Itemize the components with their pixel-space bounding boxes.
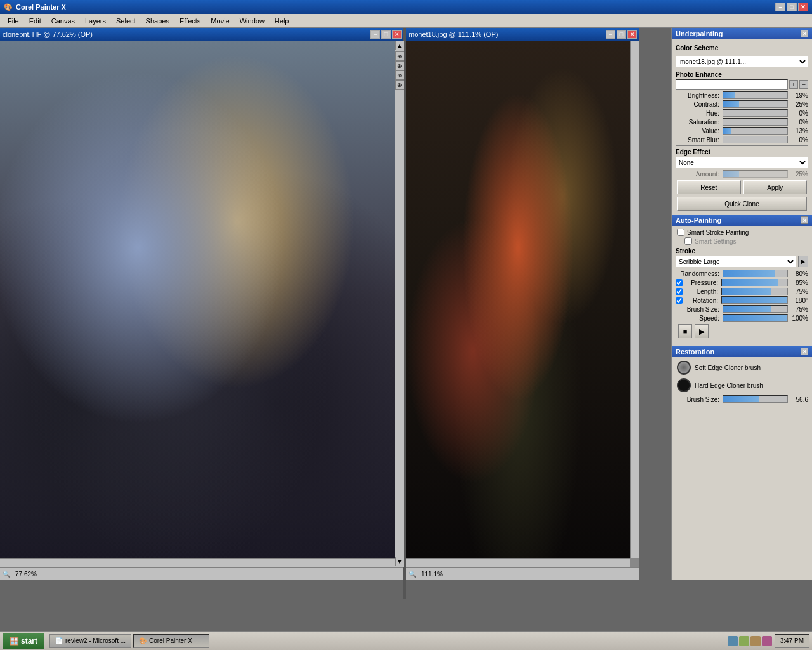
amount-slider[interactable] (723, 170, 788, 178)
photo-enhance-remove-btn[interactable]: – (799, 80, 808, 89)
menu-effects[interactable]: Effects (174, 16, 206, 26)
brightness-slider[interactable] (723, 91, 788, 99)
menu-file[interactable]: File (3, 16, 24, 26)
taskbar-clock: 3:47 PM (775, 634, 809, 648)
edge-effect-label-row: Edge Effect (676, 148, 808, 156)
maximize-button[interactable]: □ (787, 3, 797, 11)
left-maximize-btn[interactable]: □ (381, 30, 391, 39)
right-maximize-btn[interactable]: □ (617, 30, 626, 39)
color-scheme-dropdown-row: monet18.jpg @ 111.1... (676, 56, 808, 67)
restoration-header[interactable]: Restoration ✕ (672, 346, 812, 357)
strip-icon2[interactable]: ⊕ (395, 61, 405, 70)
reset-button[interactable]: Reset (677, 180, 741, 194)
left-scrollbar-h[interactable] (0, 558, 395, 567)
left-close-btn[interactable]: ✕ (392, 30, 402, 39)
play-button[interactable]: ▶ (695, 324, 709, 338)
tray-icon-4 (762, 636, 772, 646)
right-close-btn[interactable]: ✕ (627, 30, 637, 39)
photo-enhance-add-btn[interactable]: + (789, 80, 798, 89)
value-slider[interactable] (723, 127, 788, 135)
taskbar-item-painter-icon: 🎨 (139, 637, 147, 644)
left-minimize-btn[interactable]: – (370, 30, 380, 39)
auto-painting-title: Auto-Painting (676, 216, 721, 224)
rotation-label: Rotation: (685, 297, 720, 304)
soft-edge-radio[interactable] (677, 361, 691, 375)
right-minimize-btn[interactable]: – (606, 30, 615, 39)
pressure-value: 85% (789, 279, 808, 286)
underpainting-content: Color Scheme monet18.jpg @ 111.1... Phot… (672, 39, 812, 213)
taskbar-item-painter[interactable]: 🎨 Corel Painter X (133, 634, 209, 648)
close-button[interactable]: ✕ (798, 3, 808, 11)
smart-settings-label: Smart Settings (695, 238, 737, 245)
menu-shapes[interactable]: Shapes (141, 16, 174, 26)
photo-enhance-input[interactable] (676, 79, 788, 90)
right-window-title: monet18.jpg @ 111.1% (OP) (409, 30, 498, 38)
stroke-arrow-btn[interactable]: ▶ (798, 256, 808, 267)
stroke-label-row: Stroke (676, 247, 808, 255)
rotation-checkbox[interactable] (676, 297, 683, 304)
auto-painting-close-btn[interactable]: ✕ (801, 216, 808, 224)
hard-edge-radio[interactable] (677, 378, 691, 392)
length-checkbox[interactable] (676, 288, 683, 295)
left-window-title: clonepnt.TIF @ 77.62% (OP) (3, 30, 93, 38)
menu-movie[interactable]: Movie (206, 16, 234, 26)
right-zoom-icon: 🔍 (409, 571, 416, 578)
strip-v-scroll[interactable]: ▼ (395, 557, 405, 566)
smart-settings-row: Smart Settings (676, 237, 808, 245)
speed-label: Speed: (676, 315, 721, 322)
contrast-slider[interactable] (723, 100, 788, 108)
app-icon: 🎨 (4, 3, 13, 11)
taskbar-items: 📄 review2 - Microsoft ... 🎨 Corel Painte… (47, 634, 725, 648)
pressure-checkbox[interactable] (676, 279, 683, 286)
underpainting-section: Underpainting ✕ Color Scheme monet18.jpg… (672, 28, 812, 213)
edge-effect-select[interactable]: None (676, 157, 808, 168)
restoration-brush-slider[interactable] (723, 395, 788, 403)
stop-button[interactable]: ■ (678, 324, 692, 338)
smart-blur-value: 0% (789, 136, 808, 143)
stroke-select[interactable]: Scribble Large (676, 256, 796, 267)
randomness-slider[interactable] (723, 270, 788, 277)
saturation-slider[interactable] (723, 118, 788, 126)
color-scheme-select[interactable]: monet18.jpg @ 111.1... (676, 56, 808, 67)
smart-settings-checkbox[interactable] (684, 237, 692, 245)
brightness-label: Brightness: (676, 92, 721, 99)
speed-slider[interactable] (723, 314, 788, 322)
quick-clone-button[interactable]: Quick Clone (677, 197, 807, 211)
saturation-row: Saturation: 0% (676, 118, 808, 126)
underpainting-close-btn[interactable]: ✕ (801, 30, 808, 37)
menu-select[interactable]: Select (111, 16, 141, 26)
underpainting-header[interactable]: Underpainting ✕ (672, 28, 812, 39)
photo-enhance-label-row: Photo Enhance (676, 70, 808, 78)
smart-stroke-checkbox[interactable] (677, 229, 684, 236)
right-scrollbar-h[interactable] (406, 558, 630, 567)
left-scrollbar-strip: ▲ ⊕ ⊕ ⊕ ⊕ ▼ (395, 41, 404, 567)
brush-size-slider[interactable] (723, 305, 788, 313)
menu-edit[interactable]: Edit (24, 16, 46, 26)
apply-button[interactable]: Apply (743, 180, 808, 194)
menu-help[interactable]: Help (270, 16, 294, 26)
smart-blur-slider[interactable] (723, 136, 788, 143)
pressure-slider[interactable] (721, 279, 788, 286)
hue-slider[interactable] (723, 109, 788, 117)
taskbar: 🪟 start 📄 review2 - Microsoft ... 🎨 Core… (0, 631, 812, 650)
start-button[interactable]: 🪟 start (3, 633, 44, 649)
length-slider[interactable] (721, 288, 788, 295)
menu-layers[interactable]: Layers (80, 16, 111, 26)
restoration-close-btn[interactable]: ✕ (801, 348, 808, 355)
taskbar-item-word[interactable]: 📄 review2 - Microsoft ... (49, 634, 131, 648)
auto-painting-header[interactable]: Auto-Painting ✕ (672, 215, 812, 226)
menu-window[interactable]: Window (235, 16, 270, 26)
strip-icon4[interactable]: ⊕ (395, 80, 405, 90)
minimize-button[interactable]: – (775, 3, 785, 11)
menu-canvas[interactable]: Canvas (46, 16, 80, 26)
strip-up-btn[interactable]: ▲ (395, 41, 405, 50)
strip-icon3[interactable]: ⊕ (395, 70, 405, 80)
left-canvas-area: ▲ ⊕ ⊕ ⊕ ⊕ ▼ (0, 41, 404, 567)
color-scheme-row: Color Scheme (676, 42, 808, 53)
length-label: Length: (685, 288, 720, 295)
edge-effect-label: Edge Effect (676, 149, 710, 156)
rotation-slider[interactable] (721, 296, 788, 304)
right-scrollbar-v[interactable] (630, 41, 639, 558)
strip-icon1[interactable]: ⊕ (395, 51, 405, 61)
smart-blur-label: Smart Blur: (676, 136, 721, 143)
